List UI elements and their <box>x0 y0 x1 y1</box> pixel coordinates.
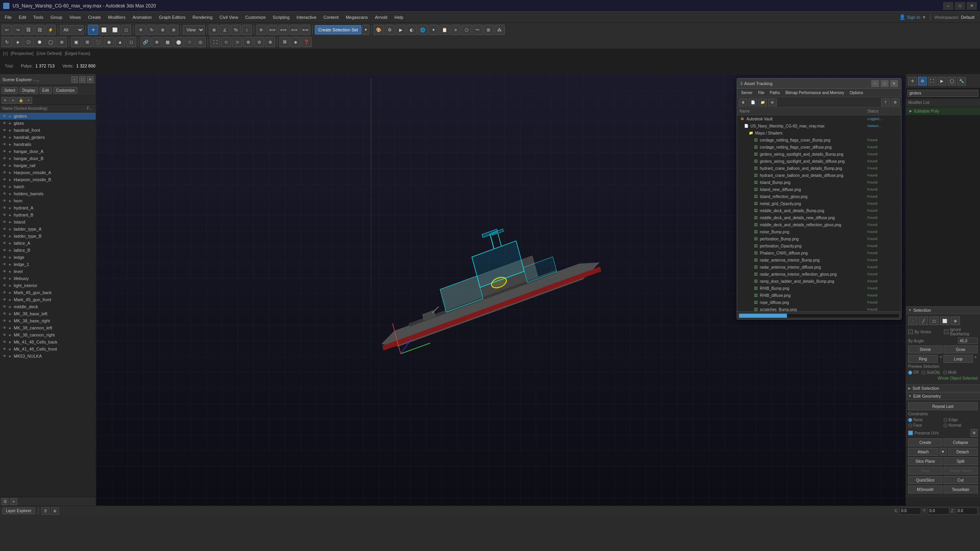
asset-tree-item[interactable]: 🖼 middle_deck_and_details_reflection_glo… <box>737 221 901 228</box>
render-icon[interactable]: ◈ <box>7 311 13 316</box>
asset-tree-item[interactable]: 🖼 Phalanx_CIWS_diffuse.png Found <box>737 249 901 256</box>
scene-item[interactable]: 👁 ◈ Mark_45_gun_back <box>0 289 96 296</box>
align2-button[interactable]: ⟺ <box>278 25 288 35</box>
render-icon[interactable]: ◈ <box>7 247 13 253</box>
render-icon[interactable]: ◈ <box>7 304 13 309</box>
asset-tree-item[interactable]: 🖼 hydrant_crane_balloon_and_details_Bump… <box>737 165 901 172</box>
tb2-btn18[interactable]: ◎ <box>195 37 206 47</box>
shrink-button[interactable]: Shrink <box>908 346 942 353</box>
render-icon[interactable]: ◈ <box>7 269 13 274</box>
scene-item[interactable]: 👁 ◈ ledge_1 <box>0 261 96 268</box>
menu-animation[interactable]: Animation <box>130 14 155 21</box>
render-icon[interactable]: ◈ <box>7 212 13 218</box>
rotate-button[interactable]: ↻ <box>146 25 157 35</box>
reset-plane-button[interactable]: Reset Plane <box>944 467 978 475</box>
asset-tree-item[interactable]: 🖼 hydrant_crane_balloon_and_details_diff… <box>737 172 901 179</box>
angle-snap[interactable]: ∠ <box>220 25 230 35</box>
tb2-btn10[interactable]: ◉ <box>104 37 114 47</box>
render-icon[interactable]: ◈ <box>7 120 13 126</box>
named-set-dropdown[interactable]: ▼ <box>362 25 369 35</box>
render-icon[interactable]: ◈ <box>7 184 13 189</box>
scene-item[interactable]: 👁 ◈ MK_38_base_right <box>0 317 96 324</box>
eye-icon[interactable]: 👁 <box>2 170 7 175</box>
rt-motion-btn[interactable]: ▶ <box>938 77 946 85</box>
right-search-input[interactable] <box>907 90 978 97</box>
render-icon[interactable]: ◈ <box>7 255 13 260</box>
tb2-btn4[interactable]: ⬢ <box>35 37 45 47</box>
loop-button[interactable]: Loop <box>944 355 973 363</box>
render-icon[interactable]: ◈ <box>7 198 13 204</box>
scene-item[interactable]: 👁 ◈ ledge <box>0 254 96 261</box>
asset-tree-item[interactable]: 🖼 Island_Bump.png Found <box>737 179 901 186</box>
scene-edit-btn[interactable]: Edit <box>40 87 52 94</box>
scene-delete-filter[interactable]: ✕ <box>2 97 9 104</box>
render-icon[interactable]: ◈ <box>7 205 13 211</box>
material-editor-btn[interactable]: 🎨 <box>374 25 384 35</box>
eye-icon[interactable]: 👁 <box>2 339 7 345</box>
eye-icon[interactable]: 👁 <box>2 247 7 253</box>
by-angle-input[interactable] <box>958 338 978 344</box>
scene-item[interactable]: 👁 ◈ Harpoon_missile_A <box>0 169 96 176</box>
menu-group[interactable]: Group <box>47 14 66 21</box>
scene-item[interactable]: 👁 ◈ middle_deck <box>0 303 96 310</box>
tb2-btn17[interactable]: ☆ <box>184 37 195 47</box>
cut-button[interactable]: Cut <box>944 476 978 484</box>
select-filter-dropdown[interactable]: All <box>60 25 84 35</box>
tb2-btn7[interactable]: ▣ <box>71 37 81 47</box>
asset-tree-item[interactable]: 🖼 radar_antenna_interior_diffuse.png Fou… <box>737 264 901 271</box>
eye-icon[interactable]: 👁 <box>2 353 7 359</box>
scene-item[interactable]: 👁 ◈ holders_barrels <box>0 190 96 197</box>
create-selection-set-button[interactable]: Create Selection Set <box>315 25 361 35</box>
asset-tree[interactable]: 🏛 Autodesk Vault Logged... 📄 US_Navy_War… <box>737 115 901 311</box>
asset-tree-item[interactable]: 🖼 girders_wiring_spotlight_and_details_B… <box>737 151 901 158</box>
constraint-normal[interactable]: Normal <box>944 423 978 427</box>
render-icon[interactable]: ◈ <box>7 283 13 288</box>
schematic-view-btn[interactable]: ⬡ <box>462 25 472 35</box>
scene-add-icon[interactable]: + <box>25 97 32 104</box>
attach-list-btn[interactable]: ▼ <box>940 448 947 456</box>
effects-btn[interactable]: ✦ <box>429 25 439 35</box>
asset-tree-item[interactable]: 📁 Maps / Shaders <box>737 129 901 136</box>
menu-arnold[interactable]: Arnold <box>372 14 391 21</box>
workspaces-value[interactable]: Default <box>961 15 975 20</box>
layer-manager-btn[interactable]: ≡ <box>451 25 461 35</box>
asset-tree-item[interactable]: 🖼 Island_reflection_gloss.png Found <box>737 193 901 200</box>
scene-footer-btn2[interactable]: ≡ <box>10 498 17 505</box>
repeat-last-button[interactable]: Repeat Last <box>908 402 978 410</box>
redo-button[interactable]: ↪ <box>13 25 23 35</box>
render-icon[interactable]: ◈ <box>7 262 13 267</box>
render-setup-btn[interactable]: ⚙ <box>385 25 395 35</box>
tb2-btn22[interactable]: ⊗ <box>243 37 253 47</box>
tb2-btn24[interactable]: ⊕ <box>265 37 275 47</box>
render-icon[interactable]: ◈ <box>7 353 13 359</box>
slice-button[interactable]: Slice <box>908 467 942 475</box>
rt-utilities-btn[interactable]: 🔧 <box>957 77 966 85</box>
scene-select-btn[interactable]: Select <box>2 87 18 94</box>
snap-toggle[interactable]: ⊕ <box>209 25 219 35</box>
scene-item[interactable]: 👁 ◈ ladder_type_B <box>0 233 96 240</box>
menu-graph-editors[interactable]: Graph Editors <box>156 14 189 21</box>
menu-megascans[interactable]: Megascans <box>343 14 371 21</box>
scene-item[interactable]: 👁 ◈ Mark_45_gun_front <box>0 296 96 303</box>
menu-create[interactable]: Create <box>85 14 104 21</box>
asset-menu-file[interactable]: File <box>756 90 766 96</box>
render-icon[interactable]: ◈ <box>7 346 13 352</box>
scene-list[interactable]: 👁 ◈ girders 👁 ◈ glass 👁 ◈ handrail_front… <box>0 113 96 497</box>
menu-customize[interactable]: Customize <box>242 14 269 21</box>
sign-in-button[interactable]: Sign In <box>907 15 920 20</box>
attach-button[interactable]: Attach <box>908 448 938 456</box>
menu-civil-view[interactable]: Civil View <box>216 14 241 21</box>
constraint-edge[interactable]: Edge <box>944 418 978 422</box>
preserve-uvs-checkbox[interactable] <box>908 431 913 435</box>
scene-customize-btn[interactable]: Customize <box>53 87 77 94</box>
render-icon[interactable]: ◈ <box>7 332 13 338</box>
tb2-btn26[interactable]: ◈ <box>290 37 301 47</box>
ring-button[interactable]: Ring <box>908 355 938 363</box>
tb2-btn15[interactable]: ▩ <box>162 37 173 47</box>
bottom-icon1[interactable]: ☰ <box>42 507 49 515</box>
asset-tree-item[interactable]: 🖼 ramp_door_ladder_and_details_Bump.png … <box>737 278 901 285</box>
tb2-btn9[interactable]: ⬛ <box>93 37 103 47</box>
eye-icon[interactable]: 👁 <box>2 163 7 168</box>
render-icon[interactable]: ◈ <box>7 149 13 154</box>
asset-tree-item[interactable]: 🖼 Island_new_diffuse.png Found <box>737 186 901 193</box>
